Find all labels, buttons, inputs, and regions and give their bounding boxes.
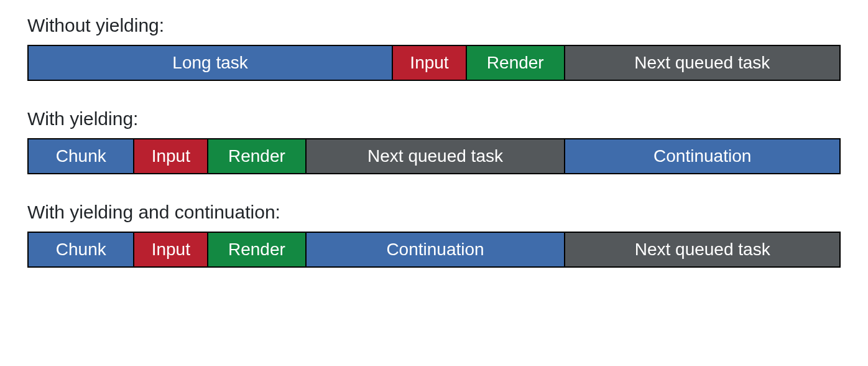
section-title: Without yielding: (27, 15, 841, 36)
segment-input: Input (133, 139, 207, 173)
task-bar: Chunk Input Render Continuation Next que… (27, 232, 841, 268)
section-with-yielding: With yielding: Chunk Input Render Next q… (27, 108, 841, 174)
segment-chunk: Chunk (29, 139, 133, 173)
segment-input: Input (392, 46, 466, 80)
segment-long-task: Long task (29, 46, 392, 80)
segment-continuation: Continuation (564, 139, 839, 173)
segment-render: Render (207, 139, 305, 173)
task-bar: Long task Input Render Next queued task (27, 45, 841, 81)
section-title: With yielding: (27, 108, 841, 129)
segment-continuation: Continuation (305, 233, 565, 266)
segment-chunk: Chunk (29, 233, 133, 266)
section-title: With yielding and continuation: (27, 202, 841, 223)
section-without-yielding: Without yielding: Long task Input Render… (27, 15, 841, 81)
segment-input: Input (133, 233, 207, 266)
segment-render: Render (466, 46, 564, 80)
segment-next-queued-task: Next queued task (564, 46, 839, 80)
segment-next-queued-task: Next queued task (564, 233, 839, 266)
task-bar: Chunk Input Render Next queued task Cont… (27, 138, 841, 174)
segment-next-queued-task: Next queued task (305, 139, 565, 173)
section-with-yielding-and-continuation: With yielding and continuation: Chunk In… (27, 202, 841, 268)
segment-render: Render (207, 233, 305, 266)
